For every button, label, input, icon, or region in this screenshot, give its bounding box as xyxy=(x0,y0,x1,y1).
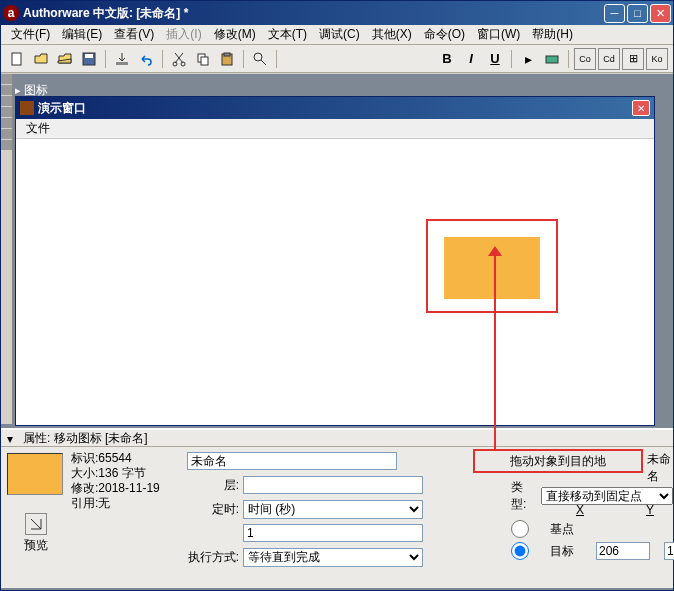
menu-insert: 插入(I) xyxy=(160,24,207,45)
open-button[interactable] xyxy=(30,48,52,70)
preview-button[interactable] xyxy=(25,513,47,535)
y-header: Y xyxy=(615,503,674,517)
target-point-radio[interactable] xyxy=(493,542,547,560)
collapse-icon[interactable]: ▾ xyxy=(7,432,19,444)
demo-window-title: 演示窗口 xyxy=(38,100,632,117)
layer-input[interactable] xyxy=(243,476,423,494)
preview-label: 预览 xyxy=(7,537,65,554)
menu-help[interactable]: 帮助(H) xyxy=(526,24,579,45)
workspace: ▸ 图标 演示窗口 ✕ 文件 ▾ xyxy=(1,74,673,590)
demo-canvas[interactable] xyxy=(16,139,654,425)
window-title: Authorware 中文版: [未命名] * xyxy=(23,5,604,22)
find-button[interactable] xyxy=(249,48,271,70)
menu-command[interactable]: 命令(O) xyxy=(418,24,471,45)
icon-sidebar[interactable] xyxy=(1,74,13,424)
demo-menu-file[interactable]: 文件 xyxy=(22,120,54,137)
demo-window-close-button[interactable]: ✕ xyxy=(632,100,650,116)
import-button[interactable] xyxy=(111,48,133,70)
target-point-label: 目标 xyxy=(550,543,590,560)
demo-window-icon xyxy=(20,101,34,115)
svg-rect-3 xyxy=(116,62,128,65)
properties-panel: ▾ 属性: 移动图标 [未命名] 预览 标识:6 xyxy=(1,428,673,588)
close-button[interactable]: ✕ xyxy=(650,4,671,23)
functions-button[interactable]: Co xyxy=(574,48,596,70)
menu-modify[interactable]: 修改(M) xyxy=(208,24,262,45)
titlebar: a Authorware 中文版: [未命名] * ─ □ ✕ xyxy=(1,1,673,25)
exec-label: 执行方式: xyxy=(187,549,243,566)
maximize-button[interactable]: □ xyxy=(627,4,648,23)
menubar: 文件(F) 编辑(E) 查看(V) 插入(I) 修改(M) 文本(T) 调试(C… xyxy=(1,25,673,45)
exec-select[interactable]: 等待直到完成 xyxy=(243,548,423,567)
underline-button[interactable]: U xyxy=(484,48,506,70)
ko-button[interactable]: Ko xyxy=(646,48,668,70)
open-all-button[interactable] xyxy=(54,48,76,70)
minimize-button[interactable]: ─ xyxy=(604,4,625,23)
x-header: X xyxy=(545,503,615,517)
menu-edit[interactable]: 编辑(E) xyxy=(56,24,108,45)
bold-button[interactable]: B xyxy=(436,48,458,70)
properties-header[interactable]: ▾ 属性: 移动图标 [未命名] xyxy=(1,429,673,447)
undo-button[interactable] xyxy=(135,48,157,70)
icon-name-input[interactable] xyxy=(187,452,397,470)
save-button[interactable] xyxy=(78,48,100,70)
paste-button[interactable] xyxy=(216,48,238,70)
coordinate-area: X Y 基点 目标 xyxy=(493,503,674,563)
base-point-radio[interactable] xyxy=(493,520,547,538)
svg-rect-9 xyxy=(224,53,230,56)
menu-file[interactable]: 文件(F) xyxy=(5,24,56,45)
demo-window: 演示窗口 ✕ 文件 xyxy=(15,96,655,426)
timing-value-input[interactable] xyxy=(243,524,423,542)
demo-window-titlebar[interactable]: 演示窗口 ✕ xyxy=(16,97,654,119)
annotation-arrow-line xyxy=(494,251,496,456)
svg-rect-0 xyxy=(12,53,21,65)
svg-rect-2 xyxy=(85,54,93,58)
layer-label: 层: xyxy=(187,477,243,494)
knowledge-button[interactable]: ⊞ xyxy=(622,48,644,70)
y-input[interactable] xyxy=(664,542,674,560)
new-button[interactable] xyxy=(6,48,28,70)
copy-button[interactable] xyxy=(192,48,214,70)
drag-hint-tab: 拖动对象到目的地 xyxy=(473,449,643,473)
menu-view[interactable]: 查看(V) xyxy=(108,24,160,45)
svg-point-10 xyxy=(254,53,262,61)
toolbar-main: B I U ▸ Co Cd ⊞ Ko xyxy=(1,45,673,73)
icon-thumbnail xyxy=(7,453,63,495)
svg-rect-11 xyxy=(546,56,558,63)
timing-label: 定时: xyxy=(187,501,243,518)
menu-other[interactable]: 其他(X) xyxy=(366,24,418,45)
menu-debug[interactable]: 调试(C) xyxy=(313,24,366,45)
menu-text[interactable]: 文本(T) xyxy=(262,24,313,45)
variables-button[interactable]: Cd xyxy=(598,48,620,70)
control-panel-button[interactable] xyxy=(541,48,563,70)
play-button[interactable]: ▸ xyxy=(517,48,539,70)
cut-button[interactable] xyxy=(168,48,190,70)
icon-info: 标识:65544 大小:136 字节 修改:2018-11-19 引用:无 xyxy=(71,451,160,584)
demo-window-menubar: 文件 xyxy=(16,119,654,139)
menu-window[interactable]: 窗口(W) xyxy=(471,24,526,45)
properties-title: 属性: 移动图标 [未命名] xyxy=(23,430,148,447)
italic-button[interactable]: I xyxy=(460,48,482,70)
x-input[interactable] xyxy=(596,542,650,560)
timing-select[interactable]: 时间 (秒) xyxy=(243,500,423,519)
svg-rect-7 xyxy=(201,57,208,65)
base-point-label: 基点 xyxy=(550,521,590,538)
app-icon: a xyxy=(3,5,19,21)
